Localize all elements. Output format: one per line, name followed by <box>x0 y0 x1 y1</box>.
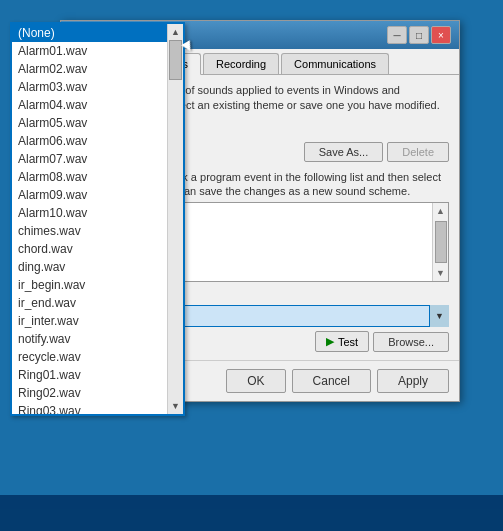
dropdown-overlay: (None)Alarm01.wavAlarm02.wavAlarm03.wavA… <box>10 22 185 416</box>
dropdown-item[interactable]: chimes.wav <box>12 222 183 240</box>
dropdown-item[interactable]: Alarm05.wav <box>12 114 183 132</box>
delete-button[interactable]: Delete <box>387 142 449 162</box>
dropdown-item[interactable]: ir_inter.wav <box>12 312 183 330</box>
dropdown-item[interactable]: Alarm06.wav <box>12 132 183 150</box>
dropdown-item[interactable]: Alarm04.wav <box>12 96 183 114</box>
scroll-thumb[interactable] <box>435 221 447 263</box>
save-as-button[interactable]: Save As... <box>304 142 384 162</box>
dropdown-items-list: (None)Alarm01.wavAlarm02.wavAlarm03.wavA… <box>12 24 183 414</box>
test-button[interactable]: ▶ Test <box>315 331 369 352</box>
taskbar <box>0 495 503 531</box>
dropdown-item[interactable]: Alarm08.wav <box>12 168 183 186</box>
dropdown-item[interactable]: recycle.wav <box>12 348 183 366</box>
ok-button[interactable]: OK <box>226 369 285 393</box>
minimize-button[interactable]: ─ <box>387 26 407 44</box>
dropdown-item[interactable]: notify.wav <box>12 330 183 348</box>
close-button[interactable]: × <box>431 26 451 44</box>
apply-button[interactable]: Apply <box>377 369 449 393</box>
dropdown-item[interactable]: Ring03.wav <box>12 402 183 414</box>
events-scrollbar[interactable]: ▲ ▼ <box>432 203 448 281</box>
dropdown-item[interactable]: Ring02.wav <box>12 384 183 402</box>
dropdown-item[interactable]: chord.wav <box>12 240 183 258</box>
dropdown-item[interactable]: (None) <box>12 24 183 42</box>
dropdown-item[interactable]: Alarm01.wav <box>12 42 183 60</box>
dropdown-arrow-icon[interactable]: ▼ <box>429 305 449 327</box>
ds-down-arrow[interactable]: ▼ <box>168 398 183 414</box>
browse-button[interactable]: Browse... <box>373 332 449 352</box>
dropdown-item[interactable]: Alarm07.wav <box>12 150 183 168</box>
dropdown-item[interactable]: Ring01.wav <box>12 366 183 384</box>
scroll-up-arrow[interactable]: ▲ <box>433 203 448 219</box>
dropdown-item[interactable]: Alarm03.wav <box>12 78 183 96</box>
dropdown-item[interactable]: Alarm09.wav <box>12 186 183 204</box>
dropdown-item[interactable]: ding.wav <box>12 258 183 276</box>
ds-track <box>168 40 183 398</box>
dropdown-item[interactable]: Alarm02.wav <box>12 60 183 78</box>
dropdown-item[interactable]: ir_begin.wav <box>12 276 183 294</box>
dropdown-scrollbar[interactable]: ▲ ▼ <box>167 24 183 414</box>
ds-thumb[interactable] <box>169 40 182 80</box>
ds-up-arrow[interactable]: ▲ <box>168 24 183 40</box>
play-icon: ▶ <box>326 335 334 348</box>
scroll-down-arrow[interactable]: ▼ <box>433 265 448 281</box>
dropdown-item[interactable]: ir_end.wav <box>12 294 183 312</box>
dropdown-scroll-container: (None)Alarm01.wavAlarm02.wavAlarm03.wavA… <box>12 24 183 414</box>
dropdown-item[interactable]: Alarm10.wav <box>12 204 183 222</box>
tab-communications[interactable]: Communications <box>281 53 389 74</box>
cancel-button[interactable]: Cancel <box>292 369 371 393</box>
tab-recording[interactable]: Recording <box>203 53 279 74</box>
test-label: Test <box>338 336 358 348</box>
maximize-button[interactable]: □ <box>409 26 429 44</box>
titlebar-buttons: ─ □ × <box>387 26 451 44</box>
